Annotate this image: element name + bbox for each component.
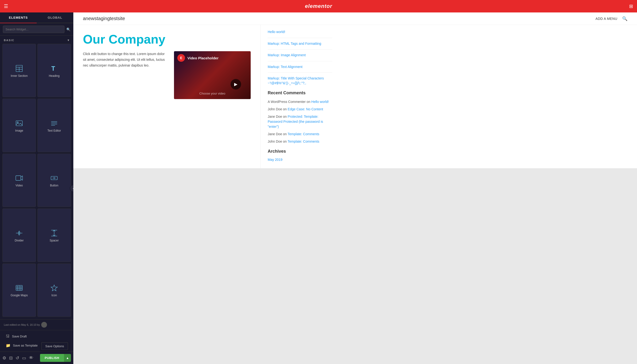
layers-icon[interactable]: ⊟ bbox=[9, 356, 13, 361]
history-icon[interactable]: ↺ bbox=[16, 356, 19, 361]
divider-2 bbox=[268, 49, 332, 50]
widget-icon[interactable]: Icon bbox=[37, 264, 71, 317]
section-header-basic: BASIC ▾ bbox=[0, 36, 73, 44]
recent-post-text-alignment[interactable]: Markup: Text Alignment bbox=[268, 64, 332, 70]
page-heading: Our Company bbox=[83, 32, 251, 46]
elementor-badge: E bbox=[177, 54, 185, 62]
canvas-area: anewstagingtestsite ADD A MENU 🔍 Our Com… bbox=[73, 12, 637, 364]
widget-google-maps-label: Google Maps bbox=[11, 294, 28, 297]
settings-icon[interactable]: ⚙ bbox=[3, 356, 6, 361]
text-editor-icon bbox=[50, 120, 58, 127]
widgets-grid: Inner Section T Heading bbox=[0, 44, 73, 319]
comment-link-1[interactable]: Edge Case: No Content bbox=[288, 107, 323, 111]
widget-inner-section[interactable]: Inner Section bbox=[3, 44, 36, 97]
bottom-toolbar: ⚙ ⊟ ↺ ▭ 👁 PUBLISH ▲ Save Options bbox=[0, 352, 73, 364]
header-right: ADD A MENU 🔍 bbox=[595, 16, 627, 21]
header-search-icon[interactable]: 🔍 bbox=[622, 16, 627, 21]
svg-marker-18 bbox=[18, 231, 20, 232]
avatar bbox=[41, 322, 47, 328]
toolbar-left: ⚙ ⊟ ↺ ▭ 👁 bbox=[3, 356, 33, 361]
video-icon bbox=[15, 174, 23, 182]
comment-link-4[interactable]: Template: Comments bbox=[288, 140, 319, 143]
section-collapse-icon[interactable]: ▾ bbox=[68, 38, 70, 42]
main-layout: ELEMENTS GLOBAL 🔍 BASIC ▾ bbox=[0, 12, 637, 364]
site-title: anewstagingtestsite bbox=[83, 16, 125, 21]
content-main: Our Company Click edit button to change … bbox=[73, 25, 260, 168]
widget-video[interactable]: Video bbox=[3, 154, 36, 207]
save-draft-button[interactable]: 🖫 Save Draft bbox=[3, 332, 71, 341]
recent-post-special-chars[interactable]: Markup: Title With Special Characters ~'… bbox=[268, 76, 332, 86]
divider-3 bbox=[268, 61, 332, 61]
grid-icon[interactable]: ⊞ bbox=[629, 3, 633, 9]
comment-link-3[interactable]: Template: Comments bbox=[288, 132, 319, 136]
video-play-button[interactable]: ▶ bbox=[231, 79, 241, 90]
archives-title: Archives bbox=[268, 149, 332, 154]
comment-author-2: Jane Doe on bbox=[268, 115, 288, 118]
recent-comments-title: Recent Comments bbox=[268, 90, 332, 96]
video-choose-text: Choose your video bbox=[199, 92, 225, 95]
svg-marker-13 bbox=[21, 176, 23, 180]
top-bar: ☰ elementor ⊞ bbox=[0, 0, 637, 12]
tab-elements[interactable]: ELEMENTS bbox=[0, 12, 37, 23]
button-icon bbox=[50, 174, 58, 182]
last-edited-bar: Last edited on May 6, 16:10 by bbox=[0, 320, 73, 330]
widget-inner-section-label: Inner Section bbox=[11, 74, 28, 78]
search-icon: 🔍 bbox=[66, 28, 71, 31]
last-edited-text: Last edited on May 6, 16:10 by bbox=[4, 323, 40, 326]
widget-heading[interactable]: T Heading bbox=[37, 44, 71, 97]
recent-post-image-alignment[interactable]: Markup: Image Alignment bbox=[268, 53, 332, 58]
widget-icon-label: Icon bbox=[52, 294, 57, 297]
comment-link-0[interactable]: Hello world! bbox=[311, 100, 329, 104]
publish-btn-group: PUBLISH ▲ bbox=[40, 354, 71, 362]
recent-post-hello-world[interactable]: Hello world! bbox=[268, 30, 332, 34]
top-bar-left: ☰ bbox=[4, 3, 8, 9]
svg-marker-24 bbox=[51, 285, 58, 291]
sidebar-right: Hello world! Markup: HTML Tags and Forma… bbox=[260, 25, 339, 168]
section-label: BASIC bbox=[4, 39, 14, 42]
page-content: Our Company Click edit button to change … bbox=[73, 25, 637, 168]
preview-icon[interactable]: 👁 bbox=[29, 356, 33, 360]
search-input[interactable] bbox=[3, 26, 65, 33]
comment-author-3: Jane Doe on bbox=[268, 132, 288, 136]
widget-button[interactable]: Button bbox=[37, 154, 71, 207]
widget-google-maps[interactable]: Google Maps bbox=[3, 264, 36, 317]
comment-item-1: John Doe on Edge Case: No Content bbox=[268, 107, 332, 112]
save-options-tooltip: Save Options bbox=[41, 342, 68, 350]
svg-marker-19 bbox=[18, 234, 20, 235]
comment-item-4: John Doe on Template: Comments bbox=[268, 139, 332, 144]
comment-item-3: Jane Doe on Template: Comments bbox=[268, 132, 332, 137]
responsive-icon[interactable]: ▭ bbox=[22, 356, 26, 361]
svg-rect-6 bbox=[16, 120, 23, 126]
widget-image[interactable]: Image bbox=[3, 98, 36, 152]
hamburger-icon[interactable]: ☰ bbox=[4, 3, 8, 9]
widget-text-editor[interactable]: Text Editor bbox=[37, 98, 71, 152]
widget-divider-label: Divider bbox=[15, 239, 24, 242]
sidebar-bottom: Last edited on May 6, 16:10 by 🖫 Save Dr… bbox=[0, 319, 73, 364]
star-icon bbox=[50, 284, 58, 292]
content-video-col: E Video Placeholder ▶ Choose your video bbox=[174, 51, 251, 99]
archive-may-2019[interactable]: May 2019 bbox=[268, 158, 332, 162]
image-icon bbox=[15, 120, 23, 127]
widget-divider[interactable]: Divider bbox=[3, 208, 36, 262]
content-text: Click edit button to change this text. L… bbox=[83, 51, 167, 99]
heading-icon: T bbox=[50, 64, 58, 72]
publish-options-button[interactable]: ▲ bbox=[64, 354, 71, 362]
divider-icon bbox=[15, 229, 23, 237]
publish-button[interactable]: PUBLISH bbox=[40, 354, 64, 362]
tab-global[interactable]: GLOBAL bbox=[37, 12, 73, 23]
widget-image-label: Image bbox=[15, 129, 23, 132]
site-header: anewstagingtestsite ADD A MENU 🔍 bbox=[73, 12, 637, 25]
save-draft-label: Save Draft bbox=[12, 334, 27, 338]
widget-heading-label: Heading bbox=[49, 74, 60, 78]
spacer-icon bbox=[50, 229, 58, 237]
widget-button-label: Button bbox=[50, 184, 59, 187]
widget-spacer[interactable]: Spacer bbox=[37, 208, 71, 262]
comment-author-0: A WordPress Commenter on bbox=[268, 100, 311, 104]
add-menu-link[interactable]: ADD A MENU bbox=[595, 17, 617, 20]
recent-post-html-tags[interactable]: Markup: HTML Tags and Formatting bbox=[268, 42, 332, 46]
sidebar-tabs: ELEMENTS GLOBAL bbox=[0, 12, 73, 23]
video-placeholder[interactable]: E Video Placeholder ▶ Choose your video bbox=[174, 51, 251, 99]
widget-video-label: Video bbox=[16, 184, 23, 187]
divider-1 bbox=[268, 38, 332, 38]
map-icon bbox=[15, 284, 23, 292]
